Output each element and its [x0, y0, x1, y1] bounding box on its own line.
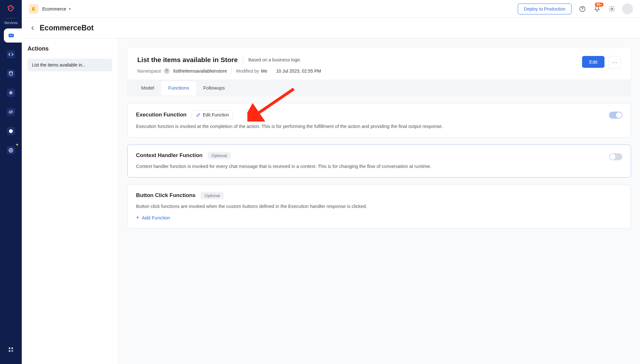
modified-at: 10 Jul 2023, 02:55 PM [276, 68, 321, 74]
card-button-click: Button Click Functions Optional Button c… [127, 185, 631, 229]
svg-rect-0 [9, 34, 14, 37]
card-context-handler: Context Handler Function Optional Contex… [127, 145, 631, 178]
edit-function-button[interactable]: Edit Function [192, 110, 233, 119]
breadcrumb-row: EcommerceBot [22, 18, 640, 38]
svg-point-2 [12, 35, 12, 36]
main-content: List the items available in Store Based … [118, 38, 640, 364]
settings-icon[interactable] [608, 5, 616, 13]
card-execution-function: Execution Function Edit Function Executi… [127, 103, 631, 138]
rail-item-ai[interactable]: ✦ [4, 144, 18, 157]
sparkle-icon: ✦ [15, 142, 19, 147]
svg-point-4 [9, 129, 13, 133]
page-subtitle: Based on a business logic [248, 57, 300, 62]
rail-item-link[interactable] [4, 105, 18, 119]
rail-item-bot[interactable] [4, 28, 22, 43]
tab-model[interactable]: Model [134, 80, 161, 96]
tabs-row: Model Functions Followups [127, 80, 631, 96]
actions-panel: Actions List the items available in... [22, 38, 118, 364]
title-separator [243, 56, 243, 63]
namespace-help-icon[interactable]: ? [164, 68, 170, 74]
topbar: E Ecommerce ▼ Deploy to Production 99+ [22, 0, 640, 18]
cards-container: Execution Function Edit Function Executi… [127, 96, 631, 242]
content-frame: Actions List the items available in... L… [22, 38, 640, 364]
svg-rect-6 [9, 347, 10, 349]
add-function-label: Add Function [142, 215, 170, 220]
card-execution-desc: Execution function is invoked at the com… [136, 123, 604, 130]
pencil-icon [196, 112, 201, 117]
project-badge[interactable]: E [29, 4, 38, 14]
page-title: List the items available in Store [137, 56, 238, 64]
meta-separator [231, 68, 232, 74]
namespace-value: listtheitemsavailableinstore [173, 68, 227, 74]
rail-item-code[interactable] [4, 48, 18, 61]
rail-item-integrations[interactable] [4, 86, 18, 99]
rail-divider [6, 18, 16, 18]
more-menu-button[interactable]: ⋯ [608, 56, 621, 69]
card-context-desc: Context handler function is invoked for … [136, 163, 604, 170]
svg-point-1 [10, 35, 11, 36]
edit-function-label: Edit Function [203, 112, 229, 117]
modified-label: Modified by [236, 68, 259, 74]
rail-services-label: Services [4, 21, 18, 25]
badge-optional-button: Optional [201, 192, 224, 199]
rail-item-globe[interactable] [4, 124, 18, 138]
avatar[interactable] [622, 4, 633, 14]
deploy-button[interactable]: Deploy to Production [518, 4, 572, 14]
toggle-execution[interactable] [609, 112, 622, 119]
card-execution-title: Execution Function [136, 112, 187, 118]
nav-rail: Services ✦ [0, 0, 22, 364]
card-context-title: Context Handler Function [136, 152, 203, 159]
toggle-context[interactable] [609, 153, 622, 160]
edit-button[interactable]: Edit [582, 56, 604, 68]
card-button-title: Button Click Functions [136, 192, 196, 199]
tab-functions[interactable]: Functions [161, 81, 196, 96]
notification-badge: 99+ [595, 3, 604, 7]
back-chevron-icon[interactable] [28, 24, 38, 32]
tab-followups[interactable]: Followups [196, 80, 232, 96]
action-list-item[interactable]: List the items available in... [28, 59, 112, 71]
svg-point-10 [611, 8, 613, 10]
card-button-desc: Button click functions are invoked when … [136, 203, 622, 210]
add-function-button[interactable]: + Add Function [136, 214, 170, 221]
plus-icon: + [136, 214, 140, 221]
rail-item-data[interactable] [4, 67, 18, 80]
modified-by: Me [261, 68, 267, 74]
help-icon[interactable] [579, 5, 586, 13]
badge-optional-context: Optional [208, 152, 231, 159]
namespace-label: Namespace [137, 68, 161, 74]
breadcrumb-title: EcommerceBot [40, 24, 94, 32]
svg-rect-7 [12, 347, 13, 349]
rail-item-apps[interactable] [4, 343, 18, 356]
app-logo[interactable] [5, 3, 17, 15]
svg-rect-8 [9, 350, 10, 352]
notifications-icon[interactable]: 99+ [593, 5, 601, 13]
actions-panel-title: Actions [28, 45, 112, 52]
page-header: List the items available in Store Based … [127, 47, 631, 80]
project-name[interactable]: Ecommerce [42, 6, 66, 12]
svg-point-3 [9, 71, 13, 73]
project-dropdown-caret[interactable]: ▼ [68, 7, 72, 11]
